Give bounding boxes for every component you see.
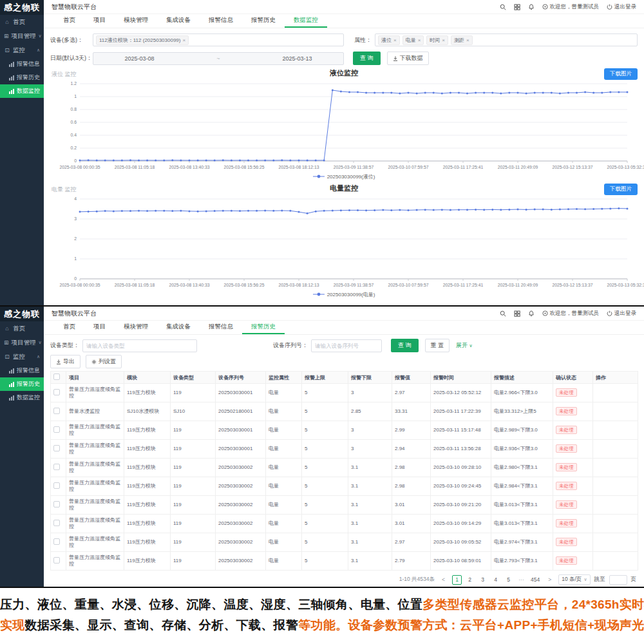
date-end[interactable]: 2025-03-13 <box>283 55 312 62</box>
jump-page-input[interactable] <box>609 575 627 585</box>
cell-actions <box>593 552 638 571</box>
date-range-picker[interactable]: 2025-03-08 ~ 2025-03-13 <box>93 52 344 65</box>
remove-tag-icon[interactable]: × <box>442 37 445 43</box>
download-image-button[interactable]: 下载图片 <box>604 184 638 195</box>
page-button-1[interactable]: 1 <box>452 575 462 585</box>
logout-button[interactable]: 退出登录 <box>607 3 636 11</box>
tab-报警信息[interactable]: 报警信息 <box>200 14 242 28</box>
row-checkbox[interactable] <box>53 538 60 545</box>
tab-模块管理[interactable]: 模块管理 <box>115 14 157 28</box>
row-checkbox[interactable] <box>53 426 60 433</box>
tab-报警历史[interactable]: 报警历史 <box>242 14 285 28</box>
bell-icon[interactable] <box>528 310 535 317</box>
search-icon[interactable] <box>500 4 506 10</box>
download-data-button[interactable]: 下载数据 <box>387 52 429 65</box>
query-button[interactable]: 查 询 <box>353 52 381 65</box>
row-checkbox[interactable] <box>53 389 60 395</box>
cell: 202503030002 <box>216 515 266 533</box>
cell-actions <box>593 459 638 477</box>
sidebar-item-home[interactable]: ⌂首页 <box>0 321 44 336</box>
row-checkbox[interactable] <box>53 520 60 526</box>
row-checkbox[interactable] <box>53 501 60 507</box>
cell: 202503030002 <box>216 496 266 515</box>
download-image-button[interactable]: 下载图片 <box>604 68 638 80</box>
export-button[interactable]: 导出 <box>50 355 80 368</box>
cell: 2025-03-10 09:05:52 <box>431 533 491 552</box>
column-header-报警上限: 报警上限 <box>302 372 348 384</box>
page-button-454[interactable]: 454 <box>529 575 541 585</box>
tab-首页[interactable]: 首页 <box>54 320 84 334</box>
chart-legend[interactable]: 202503030099(电量) <box>50 290 638 298</box>
query-button[interactable]: 查 询 <box>391 339 419 352</box>
chevron-down-icon: ∨ <box>583 577 587 582</box>
sidebar-item-project[interactable]: ⊞项目管理∨ <box>0 29 44 43</box>
tab-数据监控[interactable]: 数据监控 <box>285 14 327 28</box>
cell: 2.97 <box>392 384 431 402</box>
page-button-5[interactable]: 5 <box>504 575 513 585</box>
expand-button[interactable]: 展开 ∨ <box>456 341 473 350</box>
cell: 2025-03-10 09:21:20 <box>431 496 491 515</box>
tab-集成设备[interactable]: 集成设备 <box>157 320 200 334</box>
device-type-input[interactable] <box>82 339 197 352</box>
sidebar-item-报警历史[interactable]: 报警历史 <box>0 71 44 84</box>
status-badge: 未处理 <box>556 388 577 397</box>
sidebar-item-label: 报警历史 <box>17 73 40 82</box>
bell-icon[interactable] <box>528 4 535 10</box>
select-all-checkbox[interactable] <box>53 374 60 380</box>
apps-icon[interactable] <box>514 310 520 317</box>
row-checkbox[interactable] <box>53 482 60 489</box>
attr-select-input[interactable]: 液位×电量×时间×测距× <box>375 33 638 46</box>
tab-模块管理[interactable]: 模块管理 <box>115 320 157 334</box>
sidebar-item-数据监控[interactable]: 数据监控 <box>0 84 44 98</box>
sidebar-item-project[interactable]: ⊞项目管理∨ <box>0 336 44 350</box>
tab-报警历史[interactable]: 报警历史 <box>242 320 285 334</box>
remove-tag-icon[interactable]: × <box>466 37 469 43</box>
welcome-user[interactable]: 欢迎您，普量测试员 <box>542 3 600 11</box>
apps-icon[interactable] <box>514 4 520 10</box>
filter-row-2: 日期(默认3天)： 2025-03-08 ~ 2025-03-13 查 询 下载… <box>44 46 644 65</box>
page-size-select[interactable]: 10 条/页∨ <box>558 574 590 585</box>
cell: 119压力模块 <box>124 515 171 533</box>
device-select-input[interactable]: 112液位模块：112 (202503030099)× <box>93 33 344 46</box>
sidebar-item-home[interactable]: ⌂首页 <box>0 15 44 29</box>
sidebar-item-报警历史[interactable]: 报警历史 <box>0 377 44 391</box>
app-title: 智慧物联云平台 <box>52 309 97 318</box>
sidebar-item-数据监控[interactable]: 数据监控 <box>0 391 44 404</box>
remove-tag-icon[interactable]: × <box>182 37 185 43</box>
sidebar-item-label: 监控 <box>13 353 25 361</box>
page-button-3[interactable]: 3 <box>478 575 488 585</box>
chart-legend[interactable]: 202503030099(液位) <box>50 173 638 180</box>
tab-项目[interactable]: 项目 <box>84 320 115 334</box>
next-page-button[interactable]: > <box>545 575 554 585</box>
remove-tag-icon[interactable]: × <box>418 37 421 43</box>
row-checkbox[interactable] <box>53 464 60 470</box>
sidebar-item-报警信息[interactable]: 报警信息 <box>0 57 44 71</box>
serial-label: 设备序列号： <box>273 341 308 350</box>
remove-tag-icon[interactable]: × <box>393 37 397 43</box>
date-start[interactable]: 2025-03-08 <box>124 55 154 62</box>
logout-button[interactable]: 退出登录 <box>607 310 636 317</box>
tab-首页[interactable]: 首页 <box>54 14 84 28</box>
search-icon[interactable] <box>500 310 506 317</box>
prev-page-button[interactable]: < <box>439 575 448 585</box>
sidebar-item-monitor[interactable]: ⊡监控∧ <box>0 43 44 57</box>
tab-集成设备[interactable]: 集成设备 <box>157 14 200 28</box>
page-button-2[interactable]: 2 <box>465 575 475 585</box>
reset-button[interactable]: 重 置 <box>425 339 450 352</box>
row-checkbox[interactable] <box>53 445 60 451</box>
cell: 119 <box>171 477 216 496</box>
page-button-4[interactable]: 4 <box>491 575 500 585</box>
row-checkbox[interactable] <box>53 557 60 564</box>
column-settings-button[interactable]: 列设置 <box>86 355 122 368</box>
welcome-user[interactable]: 欢迎您，普量测试员 <box>542 310 600 317</box>
svg-text:2025-03-08 18:12:13: 2025-03-08 18:12:13 <box>278 165 319 169</box>
serial-input[interactable] <box>311 339 382 352</box>
tab-项目[interactable]: 项目 <box>84 14 115 28</box>
cell: 电量2.980<下限3.1 <box>491 459 553 477</box>
tab-报警信息[interactable]: 报警信息 <box>200 320 242 334</box>
cell: 2025-03-10 08:59:01 <box>431 552 491 571</box>
sidebar-item-报警信息[interactable]: 报警信息 <box>0 364 44 377</box>
sidebar-item-monitor[interactable]: ⊡监控∧ <box>0 350 44 364</box>
svg-text:2025-03-13 05:32:36: 2025-03-13 05:32:36 <box>607 283 644 287</box>
row-checkbox[interactable] <box>53 408 60 414</box>
